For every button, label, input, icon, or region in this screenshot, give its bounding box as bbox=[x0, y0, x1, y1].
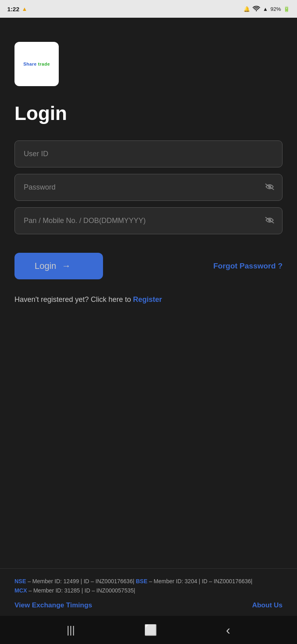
bse-label: BSE bbox=[136, 578, 147, 584]
status-right: 🔔 ▲ 92% 🔋 bbox=[243, 5, 290, 13]
view-exchange-timings-link[interactable]: View Exchange Timings bbox=[14, 601, 92, 609]
password-input[interactable] bbox=[14, 174, 283, 201]
login-button[interactable]: Login → bbox=[14, 253, 103, 279]
password-toggle-icon[interactable] bbox=[265, 182, 274, 193]
register-prefix-text: Haven't registered yet? Click here to bbox=[14, 295, 133, 303]
footer: NSE – Member ID: 12499 | ID – INZ0001766… bbox=[0, 568, 297, 616]
about-us-link[interactable]: About Us bbox=[252, 601, 283, 609]
logo-text: Share trade bbox=[23, 62, 50, 66]
signal-icon: ▲ bbox=[263, 6, 268, 12]
alarm-icon: 🔔 bbox=[243, 6, 250, 12]
home-icon[interactable]: ⬜ bbox=[144, 624, 157, 636]
footer-links-row: View Exchange Timings About Us bbox=[14, 601, 283, 609]
menu-icon[interactable]: ||| bbox=[67, 624, 75, 636]
app-logo: Share trade bbox=[14, 42, 59, 86]
time-label: 1:22 bbox=[7, 6, 19, 12]
register-row: Haven't registered yet? Click here to Re… bbox=[14, 295, 283, 304]
password-wrapper bbox=[14, 174, 283, 201]
mcx-label: MCX bbox=[14, 587, 27, 594]
logo-trade: trade bbox=[38, 62, 50, 66]
nav-bar: ||| ⬜ ‹ bbox=[0, 616, 297, 644]
battery-icon: 🔋 bbox=[283, 6, 290, 12]
nse-text: – Member ID: 12499 | ID – INZ000176636| bbox=[26, 578, 136, 584]
user-id-group bbox=[14, 140, 283, 167]
forgot-password-link[interactable]: Forgot Password ? bbox=[213, 262, 283, 270]
mcx-text: – Member ID: 31285 | ID – INZ000057535| bbox=[27, 587, 135, 594]
status-bar: 1:22 ▲ 🔔 ▲ 92% 🔋 bbox=[0, 0, 297, 18]
pan-input[interactable] bbox=[14, 207, 283, 234]
battery-label: 92% bbox=[270, 6, 281, 12]
action-row: Login → Forgot Password ? bbox=[14, 253, 283, 279]
logo-share: Share bbox=[23, 62, 37, 66]
login-arrow-icon: → bbox=[62, 261, 71, 271]
login-button-label: Login bbox=[35, 261, 56, 271]
pan-group bbox=[14, 207, 283, 234]
password-group bbox=[14, 174, 283, 201]
nse-label: NSE bbox=[14, 578, 26, 584]
register-link[interactable]: Register bbox=[133, 295, 162, 303]
footer-info-text: NSE – Member ID: 12499 | ID – INZ0001766… bbox=[14, 577, 283, 595]
bse-text: – Member ID: 3204 | ID – INZ000176636| bbox=[147, 578, 252, 584]
main-content: Share trade Login bbox=[0, 18, 297, 568]
warning-icon: ▲ bbox=[22, 6, 27, 12]
status-left: 1:22 ▲ bbox=[7, 6, 27, 12]
pan-toggle-icon[interactable] bbox=[265, 216, 274, 226]
pan-wrapper bbox=[14, 207, 283, 234]
back-icon[interactable]: ‹ bbox=[226, 623, 230, 638]
wifi-icon bbox=[252, 5, 260, 13]
user-id-input[interactable] bbox=[14, 140, 283, 167]
user-id-wrapper bbox=[14, 140, 283, 167]
page-title: Login bbox=[14, 102, 283, 124]
